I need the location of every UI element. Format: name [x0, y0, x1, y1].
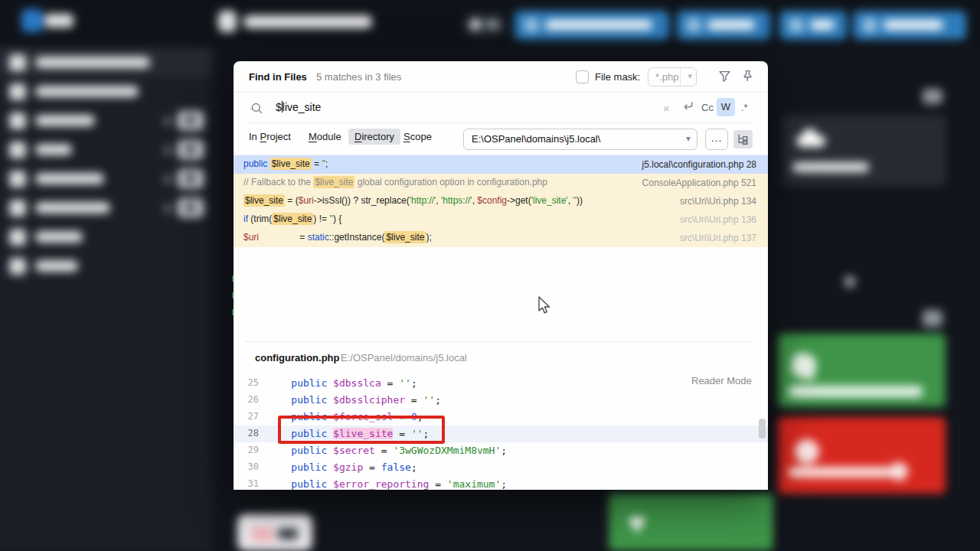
result-row[interactable]: if (trim($live_site) != '') {src\Uri\Uri… — [234, 210, 768, 229]
nav-button-4[interactable] — [853, 11, 966, 40]
bottom-card-green[interactable]: ♥ — [609, 494, 773, 551]
nav-menu-icon — [218, 11, 237, 32]
sidebar-item-4[interactable] — [0, 140, 212, 166]
nav-button-1[interactable] — [514, 11, 669, 40]
annotation-red-box — [278, 416, 445, 444]
result-row[interactable]: $uri = static::getInstance($live_site);s… — [234, 229, 768, 247]
code-token — [267, 377, 291, 389]
result-code: $uri = static::getInstance($live_site); — [243, 232, 432, 243]
newline-icon[interactable] — [681, 100, 694, 115]
search-results-list: public $live_site = '';j5.local\configur… — [234, 155, 768, 247]
line-number: 31 — [234, 478, 259, 489]
code-line-31[interactable]: 31 public $error_reporting = 'maximum'; — [234, 476, 768, 493]
result-code: if (trim($live_site) != '') { — [243, 214, 341, 224]
code-token: ::getInstance( — [329, 232, 385, 243]
top-navbar — [0, 0, 980, 47]
filter-icon[interactable] — [718, 70, 732, 83]
status-card-green[interactable] — [778, 334, 946, 407]
app-logo-text — [44, 14, 74, 28]
file-mask-checkbox[interactable] — [576, 70, 589, 83]
code-token: = — [381, 377, 399, 389]
line-number: 26 — [234, 394, 259, 405]
code-token: $live_site — [270, 158, 312, 170]
search-input[interactable]: $live_site — [276, 101, 321, 113]
scope-tab-module[interactable]: Module — [309, 131, 341, 142]
weather-card[interactable] — [782, 115, 946, 186]
chevron-down-icon: ▾ — [688, 71, 692, 81]
code-token: ; — [411, 377, 417, 389]
sidebar-item-8[interactable] — [0, 256, 212, 282]
code-token: 'maximum' — [447, 478, 501, 490]
badge-circle — [890, 462, 908, 481]
file-mask-label: File mask: — [595, 71, 640, 83]
result-file-label: src\Uri\Uri.php 137 — [680, 233, 756, 243]
line-code: public $dbsslcipher = ''; — [267, 394, 441, 406]
sidebar-badge — [178, 111, 204, 130]
dialog-title: Find in Files — [249, 71, 307, 83]
project-structure-button[interactable] — [733, 130, 753, 148]
sidebar-item-1[interactable] — [0, 53, 212, 79]
nav-button-2[interactable] — [677, 11, 770, 40]
code-token: = — [375, 445, 393, 456]
code-line-26[interactable]: 26 public $dbsslcipher = ''; — [234, 392, 768, 409]
sidebar-item-5[interactable] — [0, 169, 212, 195]
sidebar-item-6[interactable] — [0, 198, 212, 224]
app-logo[interactable] — [21, 9, 43, 32]
clear-search-icon[interactable]: × — [663, 102, 670, 115]
nav-button-3[interactable] — [779, 11, 847, 40]
code-token: ) { — [333, 214, 341, 224]
preview-scrollbar-thumb[interactable] — [759, 419, 766, 439]
file-mask-combobox[interactable]: *.php▾ — [648, 67, 697, 86]
sidebar-item-3[interactable] — [0, 111, 212, 137]
result-code: // Fallback to the $live_site global con… — [243, 177, 547, 187]
words-toggle[interactable]: W — [717, 98, 735, 116]
code-token: '3wGWozDXMmiM8vmH' — [393, 445, 501, 456]
line-code: public $dbsslca = ''; — [267, 377, 417, 389]
browse-button[interactable]: ... — [705, 129, 728, 150]
code-line-29[interactable]: 29 public $secret = '3wGWozDXMmiM8vmH'; — [234, 442, 768, 459]
tag-icon-2[interactable] — [923, 310, 942, 327]
code-token: = ( — [285, 195, 299, 206]
regex-toggle[interactable]: .* — [741, 102, 748, 113]
result-row[interactable]: $live_site = ($uri->isSsl()) ? str_repla… — [234, 192, 768, 210]
line-number: 30 — [234, 461, 259, 472]
search-icon[interactable] — [250, 102, 264, 116]
code-token: 'http://' — [410, 195, 436, 206]
status-card-red[interactable] — [778, 417, 946, 494]
result-code: public $live_site = ''; — [243, 158, 328, 169]
bottom-left-button[interactable] — [237, 514, 312, 551]
code-token: = — [429, 478, 446, 490]
sidebar-item-2[interactable] — [0, 82, 212, 108]
sidebar-item-7[interactable] — [0, 227, 212, 253]
heart-icon: ♥ — [628, 507, 646, 538]
result-file-label: src\Uri\Uri.php 134 — [680, 196, 756, 207]
sidebar-badge — [178, 140, 204, 159]
scope-tab-directory[interactable]: Directory — [348, 129, 400, 145]
code-token: $secret — [333, 445, 375, 456]
code-token: public — [291, 394, 333, 406]
code-token: ; — [411, 461, 417, 473]
mouse-cursor — [537, 296, 552, 319]
scope-tab-scope[interactable]: Scope — [403, 131, 432, 142]
result-row[interactable]: public $live_site = '';j5.local\configur… — [234, 155, 768, 174]
code-token — [267, 478, 291, 490]
alert-circle-icon — [795, 439, 819, 464]
result-row[interactable]: // Fallback to the $live_site global con… — [234, 174, 768, 192]
scope-tab-in-project[interactable]: In Project — [249, 131, 291, 142]
language-icon — [470, 19, 481, 30]
tag-icon[interactable] — [923, 89, 942, 104]
pin-icon[interactable] — [741, 70, 755, 83]
code-line-25[interactable]: 25 public $dbsslca = ''; — [234, 375, 768, 392]
code-token: )) — [577, 195, 583, 206]
code-token: ; — [435, 394, 441, 406]
result-file-label: j5.local\configuration.php 28 — [642, 159, 756, 170]
match-case-toggle[interactable]: Cc — [701, 102, 714, 113]
code-token: public — [291, 445, 333, 456]
find-in-files-dialog: Find in Files 5 matches in 3 files File … — [234, 61, 768, 490]
language-pill[interactable] — [464, 14, 505, 35]
preview-file-name: configuration.php — [255, 352, 339, 364]
nav-menu-title[interactable] — [243, 15, 372, 28]
code-token: $live_site — [384, 231, 426, 243]
directory-combobox[interactable]: E:\OSPanel\domains\j5.local\ ▾ — [463, 129, 697, 150]
code-line-30[interactable]: 30 public $gzip = false; — [234, 459, 768, 476]
